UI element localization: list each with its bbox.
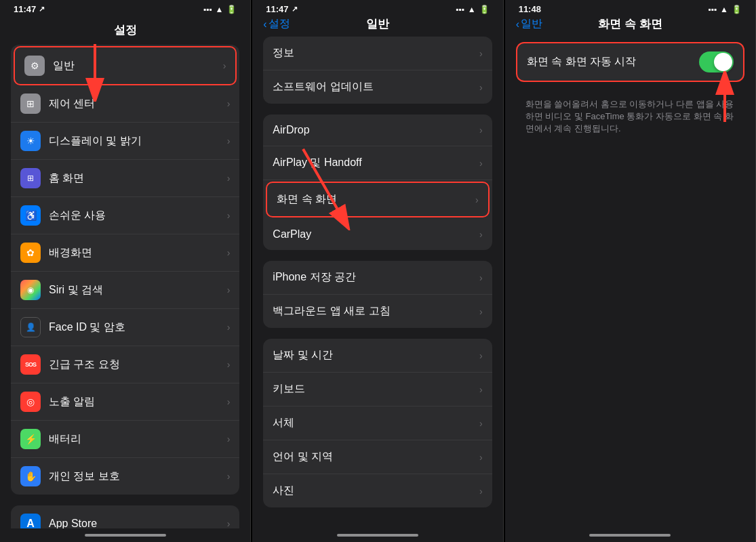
pip-auto-start-row[interactable]: 화면 속 화면 자동 시작 <box>517 43 743 81</box>
sos-chevron <box>227 359 231 370</box>
settings-item-wallpaper[interactable]: ✿ 배경화면 <box>11 234 239 272</box>
general-item-airplay[interactable]: AirPlay 및 Handoff <box>263 146 492 180</box>
settings-group-2: A App Store 💳 지갑 <box>11 505 239 528</box>
datetime-chevron <box>479 350 483 361</box>
background-refresh-chevron <box>479 306 483 317</box>
general-item-airdrop[interactable]: AirDrop <box>263 114 492 146</box>
back-button-settings[interactable]: ‹ 설정 <box>263 17 290 31</box>
settings-item-siri[interactable]: ◉ Siri 및 검색 <box>11 272 239 309</box>
display-label: 디스플레이 및 밝기 <box>49 134 227 148</box>
settings-item-appstore[interactable]: A App Store <box>11 505 239 528</box>
settings-item-sos[interactable]: SOS 긴급 구조 요청 <box>11 346 239 383</box>
general-item-software-update[interactable]: 소프트웨어 업데이트 <box>263 70 492 104</box>
general-item-keyboard[interactable]: 키보드 <box>263 373 492 406</box>
settings-item-faceid[interactable]: 👤 Face ID 및 암호 <box>11 309 239 346</box>
general-item-photos[interactable]: 사진 <box>263 474 492 507</box>
pip-description-group: 화면을 쓸어올려서 홈으로 이동하거나 다른 앱을 사용하면 비디오 및 Fac… <box>516 93 744 142</box>
settings-item-general[interactable]: ⚙ 일반 <box>14 46 237 85</box>
general-item-storage[interactable]: iPhone 저장 공간 <box>263 261 492 295</box>
home-label: 홈 화면 <box>49 171 227 186</box>
general-label: 일반 <box>53 59 223 73</box>
software-update-label: 소프트웨어 업데이트 <box>273 80 479 94</box>
siri-icon: ◉ <box>20 280 41 300</box>
display-chevron <box>227 136 231 146</box>
datetime-label: 날짜 및 시간 <box>273 348 479 362</box>
home-indicator-bar-2 <box>252 528 502 542</box>
carplay-chevron <box>479 229 483 240</box>
info-chevron <box>479 48 483 59</box>
home-indicator-bar-3 <box>505 528 755 542</box>
airdrop-chevron <box>479 125 483 136</box>
battery-icon: ⚡ <box>20 429 41 449</box>
general-item-font[interactable]: 서체 <box>263 406 492 440</box>
exposure-icon: ◎ <box>20 392 41 412</box>
page-title-settings: 설정 <box>0 17 250 45</box>
wallpaper-chevron <box>227 247 231 258</box>
pip-auto-start-label: 화면 속 화면 자동 시작 <box>527 55 699 69</box>
pip-label: 화면 속 화면 <box>277 192 475 207</box>
general-group-1: 정보 소프트웨어 업데이트 <box>263 37 492 104</box>
battery-label: 배터리 <box>49 432 227 446</box>
display-icon: ☀ <box>20 131 41 151</box>
pip-settings-list: 화면 속 화면 자동 시작 화면을 쓸어올려서 홈으로 이동하거나 다른 앱을 … <box>505 37 755 528</box>
pip-description: 화면을 쓸어올려서 홈으로 이동하거나 다른 앱을 사용하면 비디오 및 Fac… <box>516 93 744 142</box>
language-chevron <box>479 452 483 463</box>
photos-label: 사진 <box>273 484 479 498</box>
settings-item-accessibility[interactable]: ♿ 손쉬운 사용 <box>11 197 239 234</box>
siri-label: Siri 및 검색 <box>49 283 227 297</box>
carplay-label: CarPlay <box>273 228 479 241</box>
settings-item-battery[interactable]: ⚡ 배터리 <box>11 421 239 458</box>
privacy-icon: ✋ <box>20 466 41 486</box>
status-time: 11:47 ↗ <box>14 4 45 14</box>
settings-item-control-center[interactable]: ⊞ 제어 센터 <box>11 85 239 123</box>
general-icon: ⚙ <box>24 56 45 76</box>
home-indicator-2 <box>337 534 418 537</box>
settings-item-home[interactable]: ⊞ 홈 화면 <box>11 160 239 197</box>
faceid-label: Face ID 및 암호 <box>49 320 227 335</box>
info-label: 정보 <box>273 46 479 60</box>
settings-item-exposure[interactable]: ◎ 노출 알림 <box>11 383 239 421</box>
home-icon: ⊞ <box>20 168 41 188</box>
status-icons-3: ▪▪▪ ▲ 🔋 <box>708 5 742 14</box>
accessibility-icon: ♿ <box>20 205 41 226</box>
wallpaper-icon: ✿ <box>20 243 41 263</box>
toggle-knob <box>714 53 732 71</box>
nav-title-general: 일반 <box>366 16 389 32</box>
storage-label: iPhone 저장 공간 <box>273 270 479 285</box>
faceid-icon: 👤 <box>20 317 41 337</box>
siri-chevron <box>227 285 231 295</box>
general-item-background-refresh[interactable]: 백그라운드 앱 새로 고침 <box>263 295 492 328</box>
exposure-label: 노출 알림 <box>49 395 227 409</box>
keyboard-label: 키보드 <box>273 382 479 396</box>
exposure-chevron <box>227 396 231 407</box>
general-settings-list: 정보 소프트웨어 업데이트 AirDrop AirPlay 및 Handoff … <box>252 37 502 528</box>
faceid-chevron <box>227 322 231 333</box>
general-item-datetime[interactable]: 날짜 및 시간 <box>263 339 492 373</box>
settings-item-display[interactable]: ☀ 디스플레이 및 밝기 <box>11 123 239 160</box>
keyboard-chevron <box>479 384 483 395</box>
sos-label: 긴급 구조 요청 <box>49 358 227 372</box>
status-icons-2: ▪▪▪ ▲ 🔋 <box>456 5 490 14</box>
sos-icon: SOS <box>20 354 41 375</box>
settings-group-1: ⚙ 일반 ⊞ 제어 센터 ☀ 디스플레이 및 밝기 ⊞ 홈 화면 ♿ <box>11 45 239 495</box>
battery-chevron <box>227 434 231 444</box>
home-indicator <box>85 534 166 537</box>
status-icons: ▪▪▪ ▲ 🔋 <box>203 5 237 14</box>
privacy-label: 개인 정보 보호 <box>49 470 227 484</box>
back-button-general[interactable]: ‹ 일반 <box>516 17 542 31</box>
general-item-carplay[interactable]: CarPlay <box>263 219 492 250</box>
font-chevron <box>479 418 483 429</box>
settings-item-privacy[interactable]: ✋ 개인 정보 보호 <box>11 458 239 495</box>
general-item-pip[interactable]: 화면 속 화면 <box>266 182 489 217</box>
general-item-language[interactable]: 언어 및 지역 <box>263 440 492 474</box>
status-bar-3: 11:48 ▪▪▪ ▲ 🔋 <box>505 0 755 17</box>
general-chevron <box>223 60 226 71</box>
general-group-2: AirDrop AirPlay 및 Handoff 화면 속 화면 CarPla… <box>263 114 492 250</box>
status-time-2: 11:47 ↗ <box>266 4 297 14</box>
general-group-3: iPhone 저장 공간 백그라운드 앱 새로 고침 <box>263 261 492 328</box>
airdrop-label: AirDrop <box>273 124 479 136</box>
control-center-chevron <box>227 98 231 109</box>
general-item-info[interactable]: 정보 <box>263 37 492 70</box>
home-indicator-bar <box>0 528 250 542</box>
pip-toggle[interactable] <box>699 51 734 72</box>
